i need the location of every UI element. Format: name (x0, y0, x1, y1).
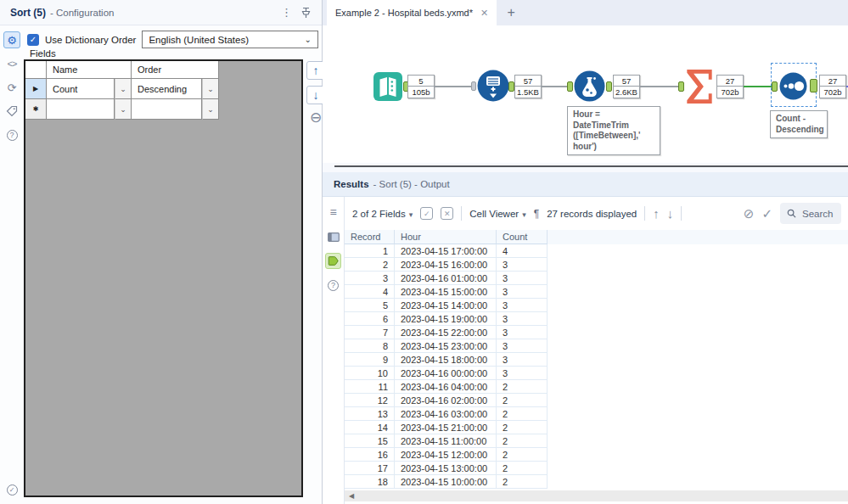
whitespace-toggle-icon[interactable]: ¶ (534, 208, 539, 220)
apply-filter-check-icon[interactable]: ✓ (761, 206, 772, 221)
summarize-tool[interactable] (685, 68, 714, 105)
count-cell[interactable]: 4 (497, 244, 548, 258)
connection-badge-4[interactable]: 27 702b (716, 75, 744, 98)
output-anchor-tab[interactable] (325, 253, 341, 269)
record-cell[interactable]: 13 (345, 407, 395, 421)
formula-tool[interactable] (574, 70, 605, 102)
apply-check-icon[interactable]: ✓ (3, 481, 20, 498)
count-cell[interactable]: 3 (497, 299, 548, 312)
new-field-order-dropdown-icon[interactable]: ⌄ (202, 99, 219, 120)
count-cell[interactable]: 3 (497, 353, 548, 367)
metadata-list-icon[interactable]: ≡ (325, 204, 342, 221)
horizontal-scrollbar[interactable]: ◀ (345, 490, 848, 501)
workflow-canvas[interactable]: 5 105b 57 1.5KB (323, 25, 848, 163)
search-box[interactable]: Search (780, 203, 841, 224)
count-cell[interactable]: 3 (497, 272, 548, 285)
run-circle-icon[interactable]: ⟳ (3, 79, 20, 96)
record-cell[interactable]: 1 (345, 244, 395, 258)
hour-cell[interactable]: 2023-04-15 14:00:00 (395, 299, 497, 312)
formula-output-anchor[interactable] (606, 81, 612, 92)
field-name-dropdown-icon[interactable]: ⌄ (115, 79, 132, 99)
count-cell[interactable]: 2 (497, 434, 548, 448)
record-cell[interactable]: 2 (345, 258, 395, 272)
wire-1[interactable] (435, 86, 472, 87)
sort-tool[interactable] (779, 72, 807, 100)
record-cell[interactable]: 5 (345, 299, 395, 312)
panel-splitter[interactable] (323, 163, 848, 172)
field-order-dropdown-icon[interactable]: ⌄ (202, 79, 219, 99)
pin-icon[interactable] (300, 7, 312, 19)
count-cell[interactable]: 2 (497, 380, 548, 394)
new-row-selector-cell[interactable]: ✱ (25, 99, 47, 120)
record-cell[interactable]: 7 (345, 326, 395, 339)
row-selector-cell[interactable]: ▶ (25, 79, 47, 99)
hour-cell[interactable]: 2023-04-16 01:00:00 (395, 272, 497, 285)
record-cell[interactable]: 4 (345, 285, 395, 299)
hour-cell[interactable]: 2023-04-15 15:00:00 (395, 285, 497, 299)
sort-annotation[interactable]: Count - Descending (770, 110, 828, 138)
record-cell[interactable]: 18 (345, 475, 395, 489)
record-cell[interactable]: 10 (345, 367, 395, 380)
sort-output-anchor[interactable] (810, 79, 817, 92)
count-cell[interactable]: 2 (497, 448, 548, 462)
sort-input-anchor[interactable] (772, 81, 778, 92)
new-field-name-dropdown-icon[interactable]: ⌄ (115, 99, 132, 120)
new-tab-button[interactable]: + (497, 0, 525, 25)
count-cell[interactable]: 3 (497, 339, 548, 353)
settings-gear-icon[interactable]: ⚙ (3, 31, 20, 48)
record-cell[interactable]: 11 (345, 380, 395, 394)
profile-panel-icon[interactable] (325, 228, 342, 245)
deselect-all-fields-icon[interactable]: ✕ (441, 207, 453, 220)
connection-badge-1[interactable]: 5 105b (407, 75, 435, 98)
remove-field-button[interactable]: ⊖ (310, 110, 322, 125)
connection-badge-2[interactable]: 57 1.5KB (514, 75, 542, 98)
cell-viewer-dropdown[interactable]: Cell Viewer▾ (469, 209, 525, 219)
next-arrow-icon[interactable]: ↓ (667, 206, 674, 221)
count-cell[interactable]: 2 (497, 475, 548, 489)
hour-cell[interactable]: 2023-04-15 19:00:00 (395, 312, 497, 326)
connection-badge-3[interactable]: 57 2.6KB (613, 75, 640, 98)
wire-2[interactable] (542, 86, 568, 87)
field-order-cell[interactable]: Descending (132, 79, 202, 99)
hour-cell[interactable]: 2023-04-16 03:00:00 (395, 407, 497, 421)
hour-cell[interactable]: 2023-04-16 04:00:00 (395, 380, 497, 394)
count-cell[interactable]: 3 (497, 326, 548, 339)
hour-cell[interactable]: 2023-04-15 13:00:00 (395, 462, 497, 475)
hour-cell[interactable]: 2023-04-15 22:00:00 (395, 326, 497, 339)
column-header-count[interactable]: Count (497, 230, 548, 244)
hour-cell[interactable]: 2023-04-15 10:00:00 (395, 475, 497, 489)
record-cell[interactable]: 12 (345, 394, 395, 407)
hour-cell[interactable]: 2023-04-15 18:00:00 (395, 353, 497, 367)
record-cell[interactable]: 14 (345, 421, 395, 434)
hour-cell[interactable]: 2023-04-15 21:00:00 (395, 421, 497, 434)
hour-cell[interactable]: 2023-04-16 00:00:00 (395, 367, 497, 380)
splitter-handle[interactable] (334, 165, 848, 167)
wire-4[interactable] (744, 86, 772, 87)
input-data-tool[interactable] (373, 72, 402, 101)
count-cell[interactable]: 2 (497, 394, 548, 407)
count-cell[interactable]: 2 (497, 462, 548, 475)
generate-rows-output-anchor[interactable] (508, 81, 514, 92)
record-cell[interactable]: 3 (345, 272, 395, 285)
record-cell[interactable]: 16 (345, 448, 395, 462)
hour-cell[interactable]: 2023-04-15 11:00:00 (395, 434, 497, 448)
prev-arrow-icon[interactable]: ↑ (653, 206, 660, 221)
record-cell[interactable]: 15 (345, 434, 395, 448)
generate-rows-tool[interactable] (477, 70, 509, 102)
scroll-left-icon[interactable]: ◀ (349, 492, 354, 500)
field-name-cell[interactable]: Count (47, 79, 115, 99)
record-cell[interactable]: 8 (345, 339, 395, 353)
results-help-icon[interactable]: ? (325, 277, 342, 294)
hour-cell[interactable]: 2023-04-15 23:00:00 (395, 339, 497, 353)
record-cell[interactable]: 6 (345, 312, 395, 326)
count-cell[interactable]: 3 (497, 258, 548, 272)
select-all-fields-icon[interactable]: ✓ (420, 207, 433, 220)
tag-icon[interactable] (3, 103, 20, 120)
wire-3[interactable] (640, 86, 679, 87)
generate-rows-input-anchor[interactable] (471, 81, 476, 91)
column-header-record[interactable]: Record (345, 230, 395, 244)
count-cell[interactable]: 2 (497, 421, 548, 434)
new-field-name-cell[interactable] (47, 99, 115, 120)
count-cell[interactable]: 3 (497, 367, 548, 380)
hour-cell[interactable]: 2023-04-15 16:00:00 (395, 258, 497, 272)
